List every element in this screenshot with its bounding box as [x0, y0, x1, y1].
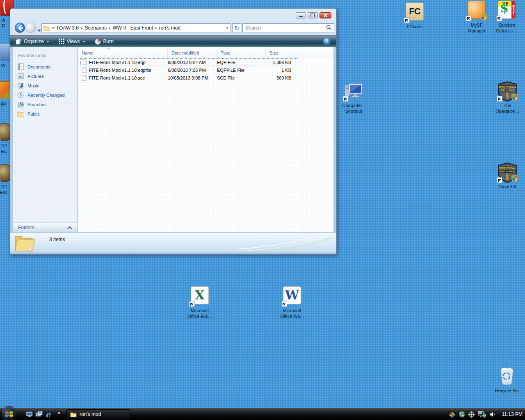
swoosh-decoration [230, 233, 336, 252]
file-rows: FITE Rons Mod v1.1.10.eqp 8/08/2013 6:04… [80, 58, 298, 82]
refresh-button[interactable]: ↻ [232, 23, 241, 32]
favorite-links-title: Favorite Links [13, 47, 77, 62]
switch-windows-button[interactable] [34, 410, 43, 419]
recycle-bin-icon [497, 366, 517, 386]
folders-band[interactable]: Folders [13, 222, 78, 232]
column-header-size[interactable]: Size [266, 49, 298, 57]
breadcrumb-separator-icon[interactable]: ▸ [108, 26, 112, 30]
file-icon [82, 75, 87, 81]
sidebar-item-public[interactable]: Public [13, 109, 77, 119]
desktop-icon-quicken[interactable]: 7.5 $ Quicken Quicken Deluxe - ... [491, 1, 523, 34]
security-check-tray-icon[interactable] [459, 411, 465, 418]
sidebar-item-recently-changed[interactable]: Recently Changed [13, 90, 77, 100]
burn-button[interactable]: Burn [90, 36, 119, 47]
recent-pages-dropdown[interactable] [37, 26, 41, 34]
breadcrumb-item-rons-mod[interactable]: ron's mod [159, 25, 180, 31]
svg-text:OPERATIONAL: OPERATIONAL [498, 86, 516, 88]
volume-tray-icon[interactable] [490, 411, 496, 418]
file-row[interactable]: FITE Rons Mod v1.1.10.eqp 8/08/2013 6:04… [80, 58, 298, 66]
quick-launch-overflow-chevron[interactable]: » [57, 410, 60, 416]
shortcut-arrow-icon [497, 177, 502, 183]
desktop-icon-mysf-manager[interactable]: MySF Manager [461, 1, 493, 34]
sidebar-item-pictures[interactable]: Pictures [13, 71, 77, 81]
shortcut-arrow-icon [466, 16, 472, 21]
desktop-icon-recycle-bin[interactable]: Recycle Bin [491, 366, 523, 393]
desktop-icon-word[interactable]: W Microsoft Office Wo... [276, 286, 308, 319]
dollar-glyph: $ [500, 5, 509, 11]
organize-icon [15, 39, 21, 45]
uac-shield-icon [511, 93, 519, 103]
column-header-name[interactable]: Name [78, 49, 168, 57]
shortcut-arrow-icon [281, 301, 287, 307]
views-button[interactable]: Views ▾ [54, 36, 90, 47]
breadcrumb-separator-icon[interactable]: ▸ [154, 26, 158, 30]
desktop-icon-excel[interactable]: X Microsoft Office Exc... [184, 286, 216, 319]
taskbar-clock[interactable]: 11:13 PM [499, 411, 523, 417]
file-row[interactable]: FITE Rons Mod v1.1.10.sce 10/08/2013 9:0… [80, 74, 298, 82]
search-input[interactable] [243, 25, 326, 31]
back-button[interactable] [15, 23, 25, 33]
file-row[interactable]: FITE Rons Mod v1.1.10.eqpfile 6/08/2013 … [80, 66, 298, 74]
sidebar-item-music[interactable]: Music [13, 81, 77, 90]
help-button[interactable]: ? [323, 38, 331, 45]
quicken-brand-band: Quicken [511, 1, 516, 19]
file-icon [82, 59, 87, 65]
navigation-bar: « TOAW 3.6 ▸ Scenarios ▸ WW II - East Fr… [10, 22, 336, 35]
breadcrumb-separator-icon[interactable]: ▸ [80, 26, 84, 30]
sidebar-item-searches[interactable]: Searches [13, 100, 77, 109]
forward-button[interactable] [25, 23, 36, 33]
desktop-icon-the-operational[interactable]: OPERATIONAL ART of WAR The Operation... [491, 81, 523, 114]
taskbar-task-rons-mod[interactable]: ron's mod [66, 409, 130, 419]
shortcut-arrow-icon [189, 301, 195, 307]
breadcrumb-item-wwii-east-front[interactable]: WW II - East Front [112, 25, 153, 31]
organize-button[interactable]: Organize ▾ [10, 36, 54, 47]
start-button[interactable] [1, 406, 17, 420]
column-header-type[interactable]: Type [217, 49, 266, 57]
desktop-icon-toaw-36[interactable]: OPERATIONAL ART of WAR Toaw 3.6 [491, 162, 523, 189]
desktop-icon-fcharts[interactable]: FC FCharts [399, 2, 431, 30]
folder-icon [43, 25, 50, 31]
uac-shield-icon [480, 13, 488, 22]
file-icon [82, 67, 87, 73]
column-header-date-modified[interactable]: Date modified [168, 49, 217, 57]
explorer-content: Favorite Links Documents Pictures Music … [10, 47, 336, 232]
sidebar-item-documents[interactable]: Documents [13, 62, 77, 71]
show-desktop-button[interactable] [25, 410, 34, 419]
music-icon [17, 82, 24, 89]
svg-text:ART of WAR: ART of WAR [501, 89, 514, 91]
search-box[interactable] [242, 23, 334, 32]
pictures-icon [17, 73, 24, 80]
avg-tray-icon[interactable] [449, 411, 456, 418]
column-headers: Name Date modified Type Size [78, 49, 333, 57]
close-button[interactable] [320, 12, 331, 18]
shortcut-arrow-icon [0, 56, 0, 62]
dropdown-arrow-icon: ▾ [83, 40, 85, 43]
svg-text:OPERATIONAL: OPERATIONAL [498, 167, 516, 169]
command-bar: Organize ▾ Views ▾ Burn ? [10, 35, 336, 47]
desktop: A R VL AV TO Eq TO Edit FC FCharts [0, 0, 525, 420]
searches-icon [17, 101, 24, 108]
shortcut-arrow-icon [0, 136, 0, 142]
shortcut-arrow-icon [0, 177, 0, 183]
maximize-button[interactable] [308, 12, 318, 18]
status-bar: 3 items [10, 232, 336, 252]
icon-label: A [2, 18, 5, 23]
chevron-up-icon [67, 225, 72, 231]
shortcut-arrow-icon [497, 96, 502, 102]
minimize-button[interactable] [296, 12, 306, 18]
taskbar: e » ron's mod [0, 408, 525, 420]
breadcrumb-overflow-chevron[interactable]: « [52, 25, 55, 31]
address-bar[interactable]: « TOAW 3.6 ▸ Scenarios ▸ WW II - East Fr… [41, 23, 231, 32]
desktop-icon-computer-shortcut[interactable]: Computer - Shortcut [338, 81, 370, 114]
address-dropdown-arrow-icon[interactable]: ▾ [224, 26, 231, 30]
breadcrumb-item-toaw36[interactable]: TOAW 3.6 [56, 25, 79, 31]
crosshair-tray-icon[interactable] [468, 411, 475, 418]
explorer-window: « TOAW 3.6 ▸ Scenarios ▸ WW II - East Fr… [10, 8, 337, 255]
breadcrumb-item-scenarios[interactable]: Scenarios [85, 25, 107, 31]
breadcrumb: « TOAW 3.6 ▸ Scenarios ▸ WW II - East Fr… [52, 25, 180, 31]
network-tray-icon[interactable] [478, 411, 487, 418]
window-bottom-frame [10, 252, 336, 254]
folder-icon [70, 411, 77, 417]
internet-explorer-button[interactable]: e [43, 410, 52, 419]
dropdown-arrow-icon: ▾ [47, 40, 49, 43]
